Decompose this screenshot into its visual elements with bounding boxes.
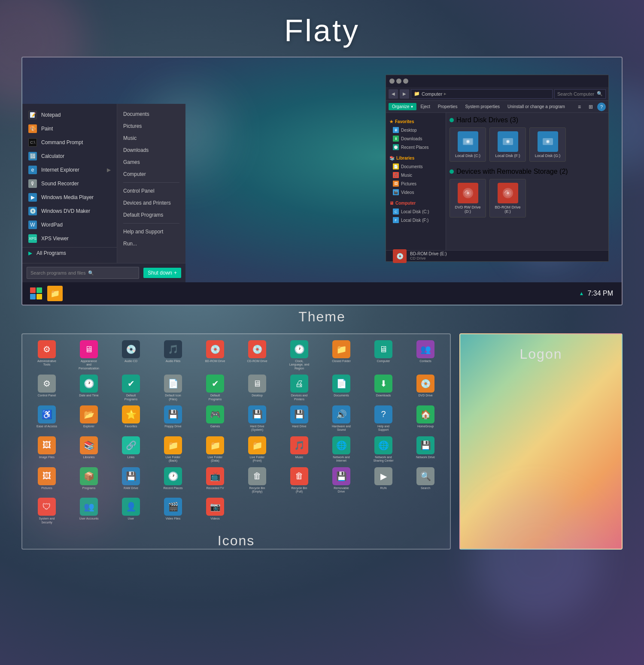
start-menu-item-wmp[interactable]: ▶ Windows Media Player [22, 190, 117, 204]
icon-cell-54[interactable]: 📷Videos [194, 495, 236, 526]
start-menu-item-dvd[interactable]: 💿 Windows DVD Maker [22, 204, 117, 218]
icon-cell-29[interactable]: 🏠HomeGroup [404, 403, 447, 434]
icon-cell-46[interactable]: 🗑Recycle Bin (Full) [278, 465, 320, 496]
icon-cell-37[interactable]: 🌐Network and Internet [320, 434, 362, 465]
icon-cell-1[interactable]: 🖥Appearance and Personalization [68, 338, 110, 372]
icon-cell-48[interactable]: ▶RUN [362, 465, 404, 496]
search-box[interactable]: Search programs and files 🔍 [27, 267, 139, 279]
drive-g[interactable]: Local Disk (G:) [529, 127, 566, 162]
icon-cell-53[interactable]: 🎬Video Files [152, 495, 194, 526]
sidebar-computer-header[interactable]: 🖥 Computer [386, 199, 446, 207]
icon-cell-45[interactable]: 🗑Recycle Bin (Empty) [236, 465, 278, 496]
icon-cell-23[interactable]: 💾Floppy Drive [152, 403, 194, 434]
icon-cell-38[interactable]: 🌐Network and Sharing Center [362, 434, 404, 465]
icon-cell-20[interactable]: ♿Ease of Access [26, 403, 68, 434]
sidebar-lib-docs[interactable]: 📄 Documents [386, 162, 446, 171]
icon-cell-43[interactable]: 🕐Recent Places [152, 465, 194, 496]
sidebar-lib-videos[interactable]: 🎬 Videos [386, 188, 446, 196]
taskbar-folder-btn[interactable]: 📁 [47, 286, 63, 301]
icon-cell-36[interactable]: 🎵Music [278, 434, 320, 465]
icon-cell-35[interactable]: 📁Live Folder (Front) [236, 434, 278, 465]
icon-cell-4[interactable]: 💿BD-ROM Drive [194, 338, 236, 372]
start-menu-item-paint[interactable]: 🎨 Paint [22, 122, 117, 136]
icon-cell-17[interactable]: 📄Documents [320, 372, 362, 403]
icon-cell-33[interactable]: 📁Live Folder (Back) [152, 434, 194, 465]
start-button[interactable] [27, 286, 46, 301]
start-menu-right-help[interactable]: Help and Support [117, 226, 185, 238]
start-menu-item-notepad[interactable]: 📝 Notepad [22, 108, 117, 122]
start-menu-item-ie[interactable]: e Internet Explorer ▶ [22, 163, 117, 177]
icon-cell-34[interactable]: 📁Live Folder (Data) [194, 434, 236, 465]
icon-cell-9[interactable]: 👥Contacts [404, 338, 447, 372]
address-bar[interactable]: 📁 Computer ▸ [411, 89, 553, 99]
start-menu-right-devices[interactable]: Devices and Printers [117, 197, 185, 209]
icon-cell-25[interactable]: 💾Hard Drive (System) [236, 403, 278, 434]
start-menu-item-wordpad[interactable]: W WordPad [22, 218, 117, 232]
view-button[interactable]: ≡ [574, 103, 584, 111]
drive-f[interactable]: Local Disk (F:) [489, 127, 526, 162]
start-menu-item-sound[interactable]: 🎙 Sound Recorder [22, 177, 117, 190]
icon-cell-14[interactable]: ✔Default Programs [194, 372, 236, 403]
bdrom-status-item[interactable]: 💿 BD-ROM Drive (E:) CD Drive [389, 248, 450, 265]
icon-cell-7[interactable]: 📁Closed Folder [320, 338, 362, 372]
close-btn[interactable] [389, 79, 395, 84]
start-menu-right-control[interactable]: Control Panel [117, 185, 185, 197]
icon-cell-0[interactable]: ⚙Administrative Tools [26, 338, 68, 372]
icon-cell-8[interactable]: 🖥Computer [362, 338, 404, 372]
icon-cell-10[interactable]: ⚙Control Panel [26, 372, 68, 403]
icon-cell-49[interactable]: 🔍Search [404, 465, 447, 496]
icon-cell-26[interactable]: 💾Hard Drive [278, 403, 320, 434]
icon-cell-28[interactable]: ?Help and Support [362, 403, 404, 434]
start-menu-item-calc[interactable]: 🔢 Calculator [22, 149, 117, 163]
help-button[interactable]: ? [597, 103, 606, 111]
start-menu-right-games[interactable]: Games [117, 156, 185, 168]
forward-button[interactable]: ▶ [400, 89, 409, 99]
start-menu-item-xps[interactable]: XPS XPS Viewer [22, 232, 117, 245]
sidebar-lib-pics[interactable]: 🖼 Pictures [386, 179, 446, 188]
icon-cell-6[interactable]: 🕐Clock, Language, and Region [278, 338, 320, 372]
explorer-search-bar[interactable]: Search Computer 🔍 [554, 89, 606, 99]
icon-cell-44[interactable]: 📺Recorded TV [194, 465, 236, 496]
start-menu-item-all[interactable]: ▶ All Programs [22, 247, 117, 259]
taskbar-arrow-icon[interactable]: ▲ [579, 290, 584, 296]
start-menu-item-cmd[interactable]: C:\ Command Prompt [22, 136, 117, 149]
icon-cell-13[interactable]: 📄Default Icon (Files) [152, 372, 194, 403]
shutdown-button[interactable]: Shut down + [143, 268, 181, 278]
organize-button[interactable]: Organize ▾ [389, 103, 416, 110]
sidebar-desktop[interactable]: 🖥 Desktop [386, 126, 446, 134]
start-menu-right-default[interactable]: Default Programs [117, 209, 185, 221]
icon-cell-27[interactable]: 🔊Hardware and Sound [320, 403, 362, 434]
system-properties-button[interactable]: System properties [462, 103, 503, 110]
min-btn[interactable] [396, 79, 401, 84]
icon-cell-16[interactable]: 🖨Devices and Printers [278, 372, 320, 403]
icon-cell-15[interactable]: 🖥Desktop [236, 372, 278, 403]
start-menu-right-music[interactable]: Music [117, 132, 185, 144]
start-menu-right-documents[interactable]: Documents [117, 108, 185, 120]
uninstall-button[interactable]: Uninstall or change a program [504, 103, 568, 110]
back-button[interactable]: ◀ [389, 89, 398, 99]
sidebar-lib-music[interactable]: 🎵 Music [386, 171, 446, 179]
icon-cell-19[interactable]: 💿DVD Drive [404, 372, 447, 403]
start-menu-right-run[interactable]: Run... [117, 238, 185, 250]
start-menu-right-pictures[interactable]: Pictures [117, 120, 185, 132]
icon-cell-18[interactable]: ⬇Downloads [362, 372, 404, 403]
sidebar-local-f[interactable]: F Local Disk (F:) [386, 216, 446, 224]
icon-cell-47[interactable]: 💾Removable Drive [320, 465, 362, 496]
bd-rom-drive[interactable]: BD-ROM Drive (E:) [489, 179, 526, 218]
icon-cell-3[interactable]: 🎵Audio Files [152, 338, 194, 372]
icon-cell-12[interactable]: ✔Default Programs [110, 372, 152, 403]
icon-cell-22[interactable]: ⭐Favorites [110, 403, 152, 434]
start-menu-right-computer[interactable]: Computer [117, 168, 185, 180]
icon-cell-2[interactable]: 💿Audio CD [110, 338, 152, 372]
max-btn[interactable] [403, 79, 408, 84]
start-menu-right-downloads[interactable]: Downloads [117, 144, 185, 156]
sidebar-local-c[interactable]: C Local Disk (C:) [386, 207, 446, 216]
details-button[interactable]: ⊞ [585, 103, 596, 111]
icon-cell-11[interactable]: 🕐Date and Time [68, 372, 110, 403]
eject-button[interactable]: Eject [417, 103, 434, 110]
icon-cell-24[interactable]: 🎮Games [194, 403, 236, 434]
properties-button[interactable]: Properties [434, 103, 461, 110]
drive-c[interactable]: Local Disk (C:) [450, 127, 486, 162]
sidebar-downloads[interactable]: ⬇ Downloads [386, 134, 446, 143]
icon-cell-5[interactable]: 💿CD-ROM Drive [236, 338, 278, 372]
